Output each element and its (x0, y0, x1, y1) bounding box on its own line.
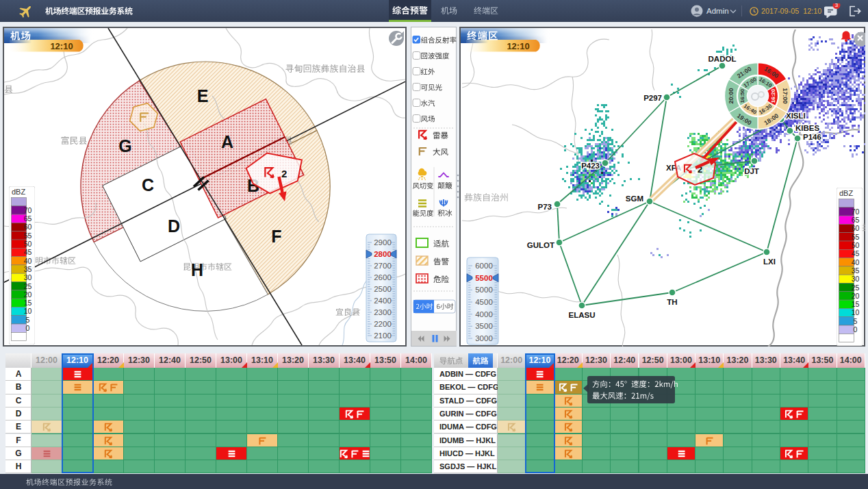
svg-text:H: H (191, 260, 203, 279)
svg-text:12:10: 12:10 (507, 41, 529, 51)
svg-text:16:50: 16:50 (739, 88, 745, 103)
svg-text:P146: P146 (803, 133, 821, 141)
svg-text:50: 50 (24, 240, 32, 248)
svg-text:DJT: DJT (744, 167, 759, 175)
svg-text:2900: 2900 (374, 238, 392, 247)
svg-text:4000: 4000 (475, 310, 493, 318)
svg-text:55: 55 (24, 231, 32, 240)
svg-text:2600: 2600 (374, 273, 392, 281)
svg-text:35: 35 (852, 266, 860, 275)
svg-text:SGM: SGM (626, 195, 643, 203)
svg-text:25: 25 (852, 284, 860, 292)
svg-text:2500: 2500 (374, 285, 392, 293)
svg-text:45: 45 (852, 249, 860, 258)
svg-text:2400: 2400 (374, 297, 392, 305)
svg-text:6000: 6000 (475, 262, 493, 270)
svg-text:dBZ: dBZ (839, 189, 853, 197)
svg-text:2800: 2800 (374, 250, 392, 258)
svg-text:G: G (118, 136, 131, 155)
svg-text:20:00: 20:00 (728, 88, 735, 103)
svg-text:70: 70 (24, 206, 32, 214)
svg-text:4500: 4500 (475, 298, 493, 306)
svg-text:5: 5 (854, 317, 858, 325)
svg-text:60: 60 (24, 223, 32, 231)
svg-text:P297: P297 (643, 94, 662, 102)
svg-text:2700: 2700 (374, 262, 392, 270)
svg-text:ELASU: ELASU (569, 311, 596, 319)
svg-text:P423: P423 (581, 162, 600, 170)
svg-text:DADOL: DADOL (709, 55, 737, 63)
svg-text:60: 60 (852, 224, 860, 232)
svg-text:2100: 2100 (374, 331, 392, 340)
svg-text:0: 0 (854, 325, 858, 334)
svg-text:15: 15 (24, 299, 32, 307)
svg-text:3000: 3000 (475, 334, 493, 342)
svg-text:10: 10 (24, 307, 32, 315)
svg-text:30: 30 (24, 273, 32, 281)
svg-text:40: 40 (852, 258, 860, 266)
svg-text:16:20: 16:20 (770, 88, 776, 103)
svg-text:40: 40 (24, 257, 32, 265)
svg-text:5: 5 (26, 316, 30, 324)
svg-text:2: 2 (281, 168, 287, 179)
svg-text:2300: 2300 (374, 308, 392, 316)
svg-text:25: 25 (24, 282, 32, 290)
svg-text:D: D (168, 216, 180, 236)
svg-text:A: A (221, 132, 233, 151)
svg-text:55: 55 (852, 233, 860, 241)
svg-text:C: C (142, 175, 154, 195)
svg-text:3: 3 (835, 3, 839, 8)
svg-text:30: 30 (852, 275, 860, 283)
svg-text:20: 20 (24, 290, 32, 299)
svg-text:3500: 3500 (475, 322, 493, 330)
svg-text:70: 70 (852, 208, 860, 216)
svg-text:65: 65 (24, 214, 32, 223)
svg-text:TH: TH (667, 298, 677, 306)
svg-text:P73: P73 (538, 203, 552, 211)
svg-text:5500: 5500 (475, 274, 493, 282)
svg-text:dBZ: dBZ (12, 188, 25, 196)
svg-text:LXI: LXI (763, 258, 776, 266)
svg-text:12:10: 12:10 (50, 41, 73, 51)
svg-text:35: 35 (24, 265, 32, 273)
svg-text:0: 0 (26, 324, 30, 332)
svg-text:15: 15 (852, 300, 860, 308)
svg-text:20: 20 (852, 292, 860, 300)
svg-text:50: 50 (852, 241, 860, 249)
svg-text:10: 10 (852, 308, 860, 316)
svg-text:17:00: 17:00 (782, 88, 789, 103)
svg-text:GULOT: GULOT (527, 241, 554, 249)
svg-text:2200: 2200 (374, 320, 392, 328)
svg-text:F: F (271, 227, 281, 246)
svg-text:XISLI: XISLI (786, 112, 806, 120)
svg-text:5000: 5000 (475, 286, 493, 294)
svg-text:KIBES: KIBES (795, 124, 819, 132)
svg-text:65: 65 (852, 216, 860, 224)
svg-text:E: E (197, 86, 209, 105)
svg-text:45: 45 (24, 248, 32, 256)
